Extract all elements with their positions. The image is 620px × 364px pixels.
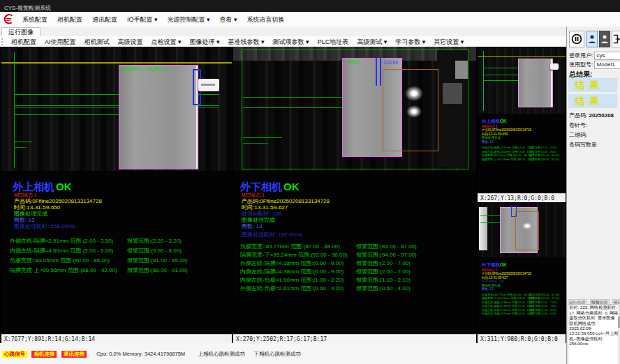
comm-link-badge: 通讯连接 <box>61 351 87 358</box>
measurement-text: 外侧左线-隔膜=2.91mm 范围:(2.00 - 3.50) <box>482 146 533 150</box>
measurement-row: 外侧左线-隔膜=2.91mm 范围:(2.00 - 3.50) 报警范围:(2.… <box>10 237 232 245</box>
measurement-text: 外侧左线-隔膜=2.91mm 范围:(2.00 - 3.50) <box>10 238 113 244</box>
tool-plc-table[interactable]: PLC地址表 <box>313 37 353 47</box>
machine-part <box>443 83 462 104</box>
elapsed-text: 图像处理耗时: 182.00ms <box>242 231 303 238</box>
menu-item-camera-config[interactable]: 相机配置 <box>52 13 87 26</box>
measurement-row: 隔膜宽度-上=90.56mm 范围:(88.00 - 92.00) 报警范围:(… <box>10 266 232 274</box>
alarm-range-text: 报警范围:(2.20 - 3.20) <box>127 237 182 245</box>
camera-view-outer-top[interactable]: 静态阈值:93, 动态阈值:100 <box>1 47 232 171</box>
cursor-readout: X:267;Y:13;R:0;G:0;B:0 <box>478 193 566 202</box>
measure-value-text: 123.60 <box>383 60 398 65</box>
tool-spot-check[interactable]: 点检设置 ▾ <box>147 37 186 47</box>
menu-item-light-config[interactable]: 光源控制配置 ▾ <box>163 13 215 26</box>
tool-test-params[interactable]: 测试项参数 ▾ <box>269 37 313 47</box>
elapsed-text: 图像处理耗时: 256.00ms <box>14 222 75 230</box>
turns-text: 圈数: 13 <box>482 140 566 144</box>
measurement-text: 负极宽度=83.05mm 范围:(80.00 - 86.00) <box>482 154 531 158</box>
camera-link-badge: 相机连接 <box>31 351 57 358</box>
log-text-area[interactable]: 耗时: 222, 网络检测耗时: 17, 网络分类耗时: 0, 网络提取分区耗时… <box>568 304 619 364</box>
tool-ai-config[interactable]: AI使用配置 <box>40 37 80 47</box>
tool-image-processing[interactable]: 图像处理 ▾ <box>186 37 224 47</box>
status-bar-row: 心跳信号 相机连接 通讯连接 Cpu: 0.0% Memory: 3424.41… <box>2 346 301 358</box>
overlay-green-hline <box>243 137 282 138</box>
pin-number-label: 卷针号: <box>569 121 587 129</box>
cpu-memory-text: Cpu: 0.0% Memory: 3424.41796875M <box>96 351 185 357</box>
menu-item-comm-config[interactable]: 通讯配置 <box>87 13 122 26</box>
overlay-green-hline <box>14 114 120 115</box>
roi-orange-box <box>515 211 539 250</box>
menu-item-language[interactable]: 系统语言切换 <box>242 13 290 26</box>
camera-thumb-view-bottom[interactable] <box>478 203 566 257</box>
model-field[interactable]: Model1 <box>594 61 620 69</box>
measurement-text: 外侧左线-负极=2.61mm 范围:(0.60 - 4.00) <box>240 285 344 291</box>
measure-blue-line <box>376 58 377 86</box>
thumb-overlay-text: 外下相机OK MES状态:1 产品码:0Ffline20250208133134… <box>482 261 566 316</box>
user-switch-button[interactable] <box>586 31 598 47</box>
alarm-range-text: 报警范围:(89.00 - 91.00) <box>127 266 188 274</box>
tool-camera-test[interactable]: 相机测试 <box>80 37 114 47</box>
gripper-part <box>198 79 219 91</box>
turns-text: 圈数: 13 <box>242 222 262 230</box>
camera-name-text: 外上相机 <box>13 181 54 192</box>
camera-name-text: 外下相机 <box>482 262 500 268</box>
overlay-green-hline <box>483 80 519 81</box>
measurement-text: 隔膜宽度-上=90.56mm 范围:(88.00 - 92.00) <box>10 267 117 273</box>
product-code-label: 产品码: <box>569 112 587 119</box>
overlay-green-vline <box>14 52 15 168</box>
tool-advanced-settings[interactable]: 高级设置 <box>114 37 147 47</box>
menu-item-io-config[interactable]: IO手配置 ▾ <box>122 13 163 26</box>
alarm-range-text: 报警范围:(2.00 - 7.00) <box>356 259 411 267</box>
thumb-overlay-text: 外上相机OK MES状态:1 产品码:0Ffline20250208133134… <box>482 118 566 161</box>
exit-button[interactable] <box>612 31 620 47</box>
operator-icon <box>600 34 609 44</box>
overlay-yellow-line <box>1 62 232 63</box>
toolbar-grip[interactable] <box>1 38 5 45</box>
camera-panel-outer-bottom: AI检测框 123.60 外下相机OK MES状态:1 产品码:0Ffline2… <box>233 47 476 343</box>
pause-icon <box>571 33 582 45</box>
gripper-detail <box>201 84 215 86</box>
alarm-range-text: 报警范围:(89.00 - 91.00) <box>529 158 559 162</box>
measurement-row: 外侧左线-隔膜=4.38mm 范围:(0.00 - 9.00) 报警范围:(2.… <box>240 259 471 267</box>
measurement-row: 负极宽度=83.05mm 范围:(80.00 - 86.00) 报警范围:(81… <box>10 257 232 264</box>
camera-name-text: 外下相机 <box>240 181 282 192</box>
lower-camera-heartbeat-text: 下相机心跳检测成功 <box>254 351 302 357</box>
login-user-label: 登录用户: <box>569 52 593 59</box>
menu-item-system-config[interactable]: 系统配置 <box>17 13 52 26</box>
tool-learn-params[interactable]: 学习参数 ▾ <box>391 37 429 47</box>
reflection-glow <box>405 86 423 101</box>
camera-thumb-panel-top: 外上相机OK MES状态:1 产品码:0Ffline20250208133134… <box>478 47 566 202</box>
threshold-label: 静态阈值:93, 动态阈值:100 <box>121 66 169 72</box>
alarm-range-text: 报警范围:(0.60 - 4.00) <box>356 285 411 292</box>
measurement-text: 隔膜宽度-下=95.24mm 范围:(93.00 - 98.00) <box>482 297 536 301</box>
turns-text: 圈数: 13 <box>482 287 566 291</box>
machine-part <box>455 61 468 79</box>
measurement-text: 内侧左线-隔膜=4.60mm 范围:(3.00 - 6.00) <box>482 150 533 153</box>
measurement-row: 负极宽度=83.77mm 范围:(82.00 - 88.00) 报警范围:(83… <box>240 243 471 250</box>
measurement-text: 外侧左线-隔膜=4.38mm 范围:(0.00 - 9.00) <box>240 260 344 266</box>
overlay-green-hline <box>243 97 342 98</box>
measurement-row: 内侧左线-隔膜=4.38mm 范围:(0.00 - 9.00) 报警范围:(2.… <box>240 268 471 275</box>
measurement-text: 内侧左线-隔膜=4.38mm 范围:(0.00 - 9.00) <box>482 305 533 308</box>
status-bar: 心跳信号 相机连接 通讯连接 Cpu: 0.0% Memory: 3424.41… <box>0 343 566 364</box>
tool-camera-config[interactable]: 相机配置 <box>7 37 40 47</box>
tool-baseline-params[interactable]: 基准线参数 ▾ <box>224 37 269 47</box>
bright-strip <box>479 207 487 250</box>
camera-thumb-view-top[interactable] <box>478 47 566 114</box>
measurement-text: 外侧左线-负极=2.61mm 范围:(0.60 - 4.00) <box>482 312 533 316</box>
camera-view-outer-bottom[interactable]: AI检测框 123.60 <box>233 47 476 171</box>
pause-button[interactable] <box>569 31 584 47</box>
tool-advanced-test[interactable]: 高级测试 ▾ <box>353 37 391 47</box>
cursor-readout: X:270;Y:2502;R:17;G:17;B:17 <box>233 334 476 343</box>
tool-other-settings[interactable]: 其它设置 ▾ <box>429 37 468 47</box>
measurement-row: 内侧左线-隔膜=4.60mm 范围:(3.00 - 6.00) 报警范围:(0.… <box>10 247 232 255</box>
measurement-text: 内侧左线-隔膜=4.38mm 范围:(0.00 - 9.00) <box>240 268 344 275</box>
login-user-field[interactable]: cys <box>594 52 620 60</box>
measurement-text: 负极宽度=83.05mm 范围:(80.00 - 86.00) <box>10 257 110 264</box>
overlay-green-hline <box>480 215 500 216</box>
tab-run-image[interactable]: 运行图像 <box>1 27 40 37</box>
menu-item-view[interactable]: 查看 ▾ <box>215 13 242 26</box>
operator-button[interactable] <box>599 31 610 47</box>
detected-cell-region <box>518 59 553 107</box>
qr-code-label: 二维码: <box>569 131 587 139</box>
